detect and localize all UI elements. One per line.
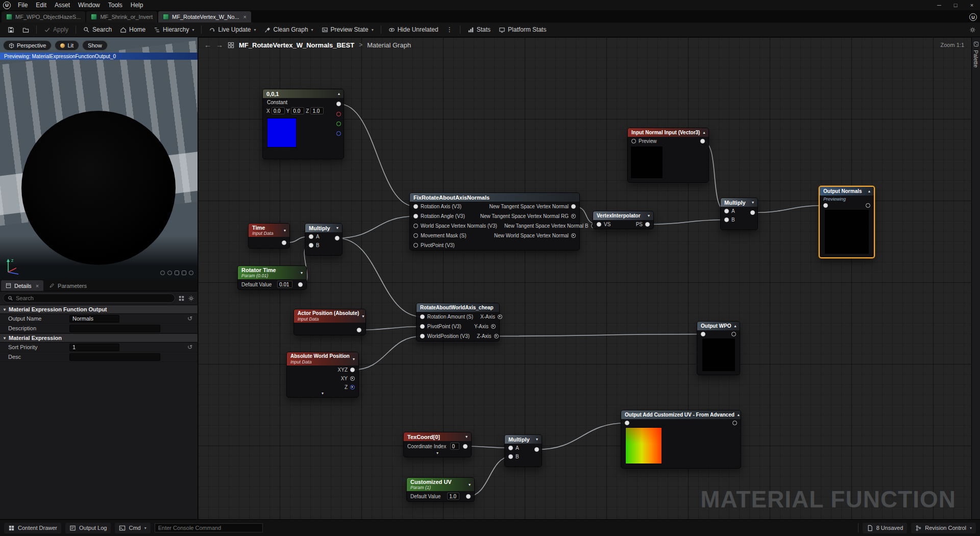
minimize-button[interactable]: ─ bbox=[931, 0, 947, 10]
stats-button[interactable]: Stats bbox=[464, 25, 494, 35]
y-value-input[interactable] bbox=[291, 107, 304, 114]
default-value-input[interactable] bbox=[447, 493, 459, 500]
menu-edit[interactable]: Edit bbox=[32, 1, 51, 10]
viewport-icon[interactable] bbox=[182, 271, 186, 275]
collapse-chevron-icon[interactable]: ▾ bbox=[362, 314, 364, 319]
reset-to-default-icon[interactable]: ↺ bbox=[185, 315, 194, 322]
node-rotator-time[interactable]: Rotator Time Param (0.01) ▾ Default Valu… bbox=[237, 265, 307, 290]
node-header[interactable]: Output Add Customized UV - From Advanced… bbox=[621, 410, 741, 419]
input-pin[interactable] bbox=[631, 139, 636, 143]
node-header[interactable]: Multiply ▾ bbox=[505, 435, 542, 444]
input-pin-b[interactable] bbox=[309, 243, 313, 248]
output-pin[interactable] bbox=[282, 240, 286, 245]
output-pin[interactable] bbox=[750, 210, 755, 215]
collapse-chevron-icon[interactable]: ▴ bbox=[703, 130, 705, 135]
coordinate-index-input[interactable] bbox=[450, 443, 459, 450]
details-search-input[interactable] bbox=[16, 295, 170, 301]
output-pin[interactable] bbox=[335, 236, 339, 240]
collapse-chevron-icon[interactable]: ▾ bbox=[353, 357, 355, 361]
revision-control-button[interactable]: Revision Control ▾ bbox=[911, 523, 976, 533]
collapse-chevron-icon[interactable]: ▴ bbox=[868, 189, 870, 193]
output-pin[interactable] bbox=[491, 324, 496, 329]
node-multiply-3[interactable]: Multiply ▾ A B bbox=[504, 434, 542, 467]
toolbar-settings-button[interactable] bbox=[969, 27, 976, 33]
node-input-normal[interactable]: Input Normal Input (Vector3) ▴ Preview bbox=[627, 128, 709, 183]
input-pin[interactable] bbox=[625, 421, 629, 425]
output-pin[interactable] bbox=[571, 214, 576, 218]
viewport-icon[interactable] bbox=[189, 271, 193, 275]
material-graph-canvas[interactable]: ← → MF_RotateVertex_W_Normals_BEST > Mat… bbox=[198, 37, 971, 519]
tab-close-icon[interactable]: × bbox=[36, 283, 39, 289]
output-pin-xy[interactable] bbox=[350, 376, 355, 381]
input-pin[interactable] bbox=[413, 204, 418, 209]
collapse-chevron-icon[interactable]: ▾ bbox=[536, 437, 538, 442]
desc-input[interactable] bbox=[69, 353, 160, 361]
tab-mf-wpo-objecthaze[interactable]: MF_WPO_ObjectHazeS... bbox=[2, 11, 85, 22]
home-button[interactable]: Home bbox=[116, 25, 149, 35]
output-pin[interactable] bbox=[357, 328, 361, 332]
platform-stats-button[interactable]: Platform Stats bbox=[495, 25, 550, 35]
input-pin[interactable] bbox=[413, 224, 418, 228]
collapse-chevron-icon[interactable]: ▾ bbox=[469, 482, 471, 487]
reset-to-default-icon[interactable]: ↺ bbox=[185, 344, 194, 351]
navigate-forward-icon[interactable]: → bbox=[216, 41, 223, 49]
output-pin[interactable] bbox=[866, 203, 870, 208]
node-header[interactable]: VertexInterpolator ▾ bbox=[593, 211, 653, 220]
node-header[interactable]: RotateAboutWorldAxis_cheap bbox=[416, 303, 499, 312]
input-pin[interactable] bbox=[701, 332, 705, 336]
lit-mode-button[interactable]: Lit bbox=[55, 40, 79, 51]
tab-mf-rotatevertex[interactable]: MF_RotateVertex_W_No... × bbox=[158, 11, 251, 22]
output-pin[interactable] bbox=[731, 332, 736, 336]
live-update-button[interactable]: Live Update ▾ bbox=[205, 25, 259, 35]
clean-graph-button[interactable]: Clean Graph ▾ bbox=[261, 25, 317, 35]
input-pin-a[interactable] bbox=[724, 209, 729, 213]
collapse-chevron-icon[interactable]: ▴ bbox=[738, 412, 740, 417]
breadcrumb-root[interactable]: MF_RotateVertex_W_Normals_BEST bbox=[239, 41, 354, 49]
node-multiply-1[interactable]: Multiply ▾ A B bbox=[305, 223, 342, 256]
input-pin[interactable] bbox=[413, 233, 418, 238]
input-pin[interactable] bbox=[823, 203, 828, 208]
viewport-icon[interactable] bbox=[160, 271, 165, 275]
node-vertex-interpolator[interactable]: VertexInterpolator ▾ VS PS bbox=[593, 211, 654, 229]
input-pin-b[interactable] bbox=[508, 454, 513, 459]
input-pin[interactable] bbox=[420, 314, 425, 319]
settings-gear-icon[interactable] bbox=[188, 295, 194, 302]
input-pin[interactable] bbox=[420, 334, 425, 338]
output-pin[interactable] bbox=[534, 447, 539, 452]
expand-chevron-icon[interactable]: ▾ bbox=[404, 451, 471, 457]
collapse-chevron-icon[interactable]: ▾ bbox=[465, 434, 468, 439]
tab-details[interactable]: Details × bbox=[1, 280, 43, 291]
node-header[interactable]: Multiply ▾ bbox=[721, 198, 757, 207]
node-output-add-customized-uv[interactable]: Output Add Customized UV - From Advanced… bbox=[621, 410, 741, 469]
output-pin-b[interactable] bbox=[336, 131, 341, 136]
node-header[interactable]: Customized UV Param (1) ▾ bbox=[407, 478, 474, 491]
output-pin[interactable] bbox=[463, 444, 468, 449]
node-rotate-about-world-axis[interactable]: RotateAboutWorldAxis_cheap Rotation Amou… bbox=[416, 303, 500, 342]
output-name-input[interactable] bbox=[69, 315, 119, 323]
input-pin-b[interactable] bbox=[724, 217, 729, 222]
preview-viewport[interactable]: Perspective Lit Show Previewing: Materia… bbox=[0, 37, 198, 279]
search-button[interactable]: Search bbox=[80, 25, 115, 35]
breadcrumb-leaf[interactable]: Material Graph bbox=[367, 41, 411, 49]
output-pin-r[interactable] bbox=[336, 112, 341, 116]
tab-mf-shrink-or-invert[interactable]: MF_Shrink_or_Invert bbox=[86, 11, 157, 22]
collapse-chevron-icon[interactable]: ▾ bbox=[752, 200, 754, 205]
node-header[interactable]: 0,0,1 ▴ bbox=[263, 89, 344, 98]
node-fix-rotate-about-axis-normals[interactable]: FixRotateAboutAxisNormals Rotation Axis … bbox=[409, 192, 580, 251]
node-header[interactable]: TexCoord[0] ▾ bbox=[404, 432, 471, 441]
close-button[interactable]: × bbox=[964, 0, 980, 10]
output-pin[interactable] bbox=[498, 314, 502, 319]
default-value-input[interactable] bbox=[277, 281, 292, 288]
output-pin-z[interactable] bbox=[350, 385, 355, 389]
node-header[interactable]: Time Input Data ▾ bbox=[249, 224, 289, 237]
input-pin-a[interactable] bbox=[309, 234, 313, 239]
show-menu-button[interactable]: Show bbox=[82, 40, 108, 51]
description-input[interactable] bbox=[69, 325, 160, 332]
node-header[interactable]: Output Normals ▴ bbox=[820, 187, 874, 196]
display-filter-icon[interactable] bbox=[178, 295, 185, 302]
node-absolute-world-position[interactable]: Absolute World Position Input Data ▾ XYZ… bbox=[286, 352, 359, 398]
sort-priority-input[interactable] bbox=[69, 344, 119, 351]
input-pin[interactable] bbox=[420, 324, 425, 329]
unsaved-assets-button[interactable]: 8 Unsaved bbox=[863, 523, 908, 533]
node-header[interactable]: FixRotateAboutAxisNormals bbox=[410, 193, 579, 202]
